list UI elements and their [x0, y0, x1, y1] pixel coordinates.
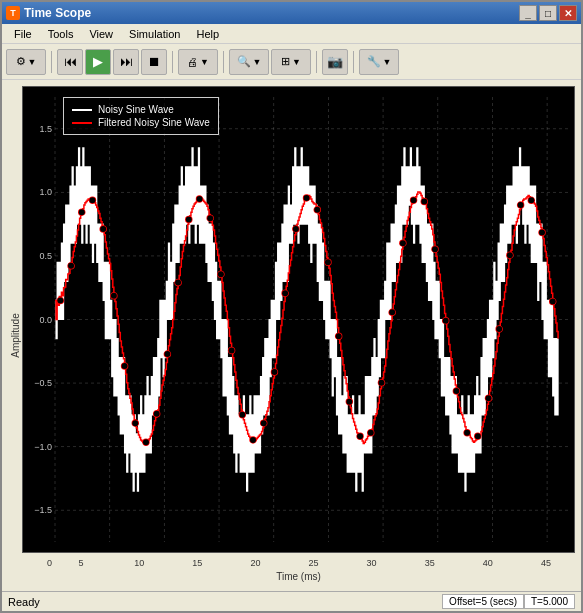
dropdown-arrow: ▼: [28, 57, 37, 67]
toolbar-separator-5: [353, 51, 354, 73]
x-axis-labels: 0 5 10 15 20 25 30 35 40 45: [22, 555, 575, 571]
config-icon: 🔧: [367, 55, 381, 68]
config-dropdown: ▼: [383, 57, 392, 67]
status-right: Offset=5 (secs) T=5.000: [442, 594, 575, 609]
main-window: T Time Scope _ □ ✕ File Tools View Simul…: [0, 0, 583, 613]
window-controls: _ □ ✕: [519, 5, 577, 21]
x-tick-35: 35: [401, 558, 459, 568]
menu-help[interactable]: Help: [188, 26, 227, 42]
legend-label-noisy: Noisy Sine Wave: [98, 104, 174, 115]
menu-view[interactable]: View: [81, 26, 121, 42]
x-tick-40: 40: [459, 558, 517, 568]
legend-item-noisy: Noisy Sine Wave: [72, 104, 210, 115]
menu-simulation[interactable]: Simulation: [121, 26, 188, 42]
close-button[interactable]: ✕: [559, 5, 577, 21]
legend: Noisy Sine Wave Filtered Noisy Sine Wave: [63, 97, 219, 135]
zoom-out-dropdown: ▼: [292, 57, 301, 67]
toolbar-separator-3: [223, 51, 224, 73]
zoom-in-icon: 🔍: [237, 55, 251, 68]
rewind-button[interactable]: ⏮: [57, 49, 83, 75]
print-dropdown: ▼: [200, 57, 209, 67]
x-axis-title: Time (ms): [22, 571, 575, 585]
toolbar: ⚙ ▼ ⏮ ▶ ⏭ ⏹ 🖨 ▼ 🔍 ▼ ⊞ ▼ 📷 🔧 ▼: [2, 44, 581, 80]
x-tick-5: 5: [52, 558, 110, 568]
y-axis-label: Amplitude: [10, 313, 21, 357]
plot-canvas[interactable]: Noisy Sine Wave Filtered Noisy Sine Wave: [22, 86, 575, 553]
legend-label-filtered: Filtered Noisy Sine Wave: [98, 117, 210, 128]
app-icon: T: [6, 6, 20, 20]
menu-file[interactable]: File: [6, 26, 40, 42]
toolbar-separator-1: [51, 51, 52, 73]
zoom-dropdown: ▼: [253, 57, 262, 67]
y-axis-label-container: Amplitude: [8, 86, 22, 585]
zoom-out-button[interactable]: ⊞ ▼: [271, 49, 311, 75]
maximize-button[interactable]: □: [539, 5, 557, 21]
x-tick-15: 15: [168, 558, 226, 568]
minimize-button[interactable]: _: [519, 5, 537, 21]
toolbar-separator-4: [316, 51, 317, 73]
x-tick-20: 20: [226, 558, 284, 568]
menu-tools[interactable]: Tools: [40, 26, 82, 42]
status-offset: Offset=5 (secs): [442, 594, 524, 609]
step-button[interactable]: ⏭: [113, 49, 139, 75]
zoom-fit-icon: ⊞: [281, 55, 290, 68]
print-icon: 🖨: [187, 56, 198, 68]
signal-canvas: [23, 87, 574, 552]
main-area: Amplitude Noisy Sine Wave Filtered Noisy…: [2, 80, 581, 591]
gear-icon: ⚙: [16, 55, 26, 68]
x-tick-45: 45: [517, 558, 575, 568]
menubar: File Tools View Simulation Help: [2, 24, 581, 44]
legend-line-red: [72, 122, 92, 124]
window-title: Time Scope: [24, 6, 515, 20]
legend-item-filtered: Filtered Noisy Sine Wave: [72, 117, 210, 128]
x-tick-0: 0: [22, 558, 52, 568]
toolbar-separator-2: [172, 51, 173, 73]
print-button[interactable]: 🖨 ▼: [178, 49, 218, 75]
config-button[interactable]: 🔧 ▼: [359, 49, 399, 75]
status-time: T=5.000: [524, 594, 575, 609]
snapshot-button[interactable]: 📷: [322, 49, 348, 75]
status-bar: Ready Offset=5 (secs) T=5.000: [2, 591, 581, 611]
x-tick-25: 25: [284, 558, 342, 568]
title-bar: T Time Scope _ □ ✕: [2, 2, 581, 24]
legend-line-white: [72, 109, 92, 111]
x-tick-10: 10: [110, 558, 168, 568]
status-ready: Ready: [8, 596, 442, 608]
plot-area-container: Noisy Sine Wave Filtered Noisy Sine Wave…: [22, 86, 575, 585]
settings-button[interactable]: ⚙ ▼: [6, 49, 46, 75]
x-tick-30: 30: [343, 558, 401, 568]
stop-button[interactable]: ⏹: [141, 49, 167, 75]
zoom-in-button[interactable]: 🔍 ▼: [229, 49, 269, 75]
play-button[interactable]: ▶: [85, 49, 111, 75]
